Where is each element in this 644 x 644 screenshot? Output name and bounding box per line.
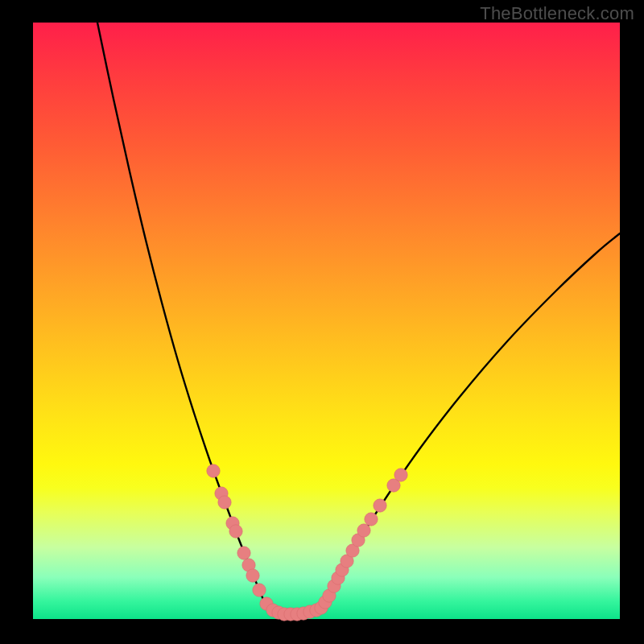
curve-group bbox=[97, 23, 620, 614]
data-marker-left bbox=[229, 525, 242, 538]
data-marker-left bbox=[253, 584, 266, 597]
data-marker-left bbox=[246, 569, 259, 582]
watermark-text: TheBottleneck.com bbox=[480, 3, 634, 24]
data-marker-right bbox=[394, 469, 407, 481]
chart-svg bbox=[33, 23, 620, 619]
data-marker-left bbox=[218, 496, 231, 509]
data-marker-left bbox=[237, 547, 250, 559]
chart-frame: TheBottleneck.com bbox=[0, 0, 644, 644]
data-marker-left bbox=[207, 464, 220, 477]
data-marker-right bbox=[374, 499, 386, 512]
data-marker-right bbox=[357, 524, 370, 537]
plot-area bbox=[33, 23, 620, 619]
bottleneck-curve bbox=[97, 23, 620, 614]
data-marker-right bbox=[365, 513, 378, 526]
marker-group bbox=[207, 464, 407, 621]
